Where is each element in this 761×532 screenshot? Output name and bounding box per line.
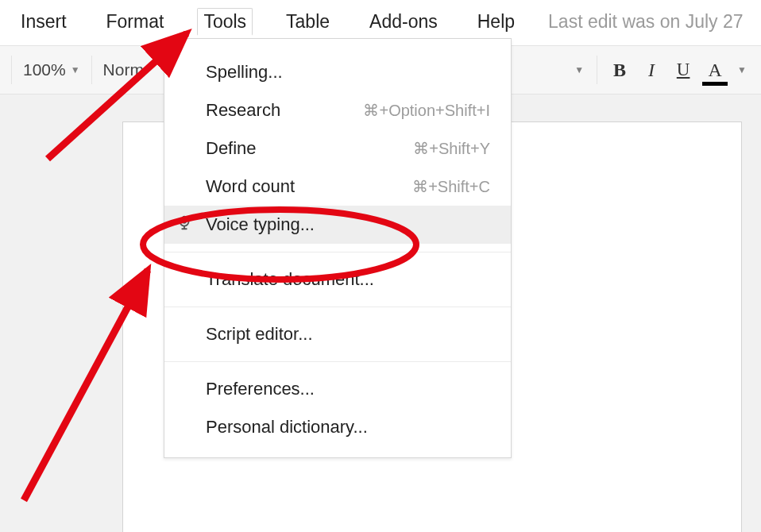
text-color-button[interactable]: A <box>702 56 728 84</box>
chevron-down-icon[interactable]: ▼ <box>566 64 592 75</box>
tools-dropdown: Spelling... Research ⌘+Option+Shift+I De… <box>164 38 512 458</box>
menu-tools[interactable]: Tools <box>197 8 253 36</box>
menu-item-shortcut: ⌘+Shift+Y <box>413 139 490 158</box>
bold-button[interactable]: B <box>607 56 632 84</box>
menu-divider <box>164 252 511 253</box>
menu-item-shortcut: ⌘+Shift+C <box>412 177 490 196</box>
menu-divider <box>164 306 511 307</box>
chevron-down-icon[interactable]: ▼ <box>734 64 750 75</box>
menu-insert[interactable]: Insert <box>14 8 73 36</box>
text-color-swatch <box>702 82 728 86</box>
tools-personal-dictionary[interactable]: Personal dictionary... <box>164 408 511 446</box>
menu-addons[interactable]: Add-ons <box>363 8 444 36</box>
chevron-down-icon: ▼ <box>71 64 80 75</box>
paragraph-style-dropdown[interactable]: Norm <box>97 56 150 84</box>
menu-item-label: Word count <box>206 176 412 197</box>
menu-table[interactable]: Table <box>280 8 336 36</box>
menu-item-label: Script editor... <box>206 324 490 345</box>
text-format-group: B I U A ▼ <box>602 56 755 84</box>
tools-research[interactable]: Research ⌘+Option+Shift+I <box>164 91 511 129</box>
menu-format[interactable]: Format <box>100 8 171 36</box>
tools-script-editor[interactable]: Script editor... <box>164 315 511 353</box>
zoom-dropdown[interactable]: 100% ▼ <box>17 56 87 84</box>
menu-item-label: Voice typing... <box>206 214 490 235</box>
toolbar-separator <box>91 56 92 84</box>
tools-preferences[interactable]: Preferences... <box>164 370 511 408</box>
paragraph-style-value: Norm <box>103 60 144 79</box>
last-edit-label: Last edit was on July 27 <box>548 11 743 33</box>
menu-item-label: Personal dictionary... <box>206 417 490 438</box>
tools-voice-typing[interactable]: Voice typing... <box>164 206 511 244</box>
tools-translate-document[interactable]: Translate document... <box>164 260 511 299</box>
menu-item-label: Translate document... <box>206 269 490 290</box>
toolbar-separator <box>11 56 12 84</box>
menu-item-label: Research <box>206 100 363 121</box>
menu-divider <box>164 361 511 362</box>
italic-button[interactable]: I <box>639 56 664 84</box>
toolbar-separator <box>597 56 597 84</box>
menu-help[interactable]: Help <box>471 8 521 36</box>
menu-item-label: Spelling... <box>206 62 490 83</box>
zoom-value: 100% <box>23 60 66 79</box>
microphone-icon <box>176 214 193 236</box>
menu-item-shortcut: ⌘+Option+Shift+I <box>363 101 490 120</box>
tools-spelling[interactable]: Spelling... <box>164 53 511 91</box>
text-color-letter: A <box>708 60 721 81</box>
menu-item-label: Define <box>206 138 413 159</box>
underline-button[interactable]: U <box>670 56 696 84</box>
menu-item-label: Preferences... <box>206 379 490 399</box>
tools-word-count[interactable]: Word count ⌘+Shift+C <box>164 168 511 206</box>
tools-define[interactable]: Define ⌘+Shift+Y <box>164 129 511 168</box>
